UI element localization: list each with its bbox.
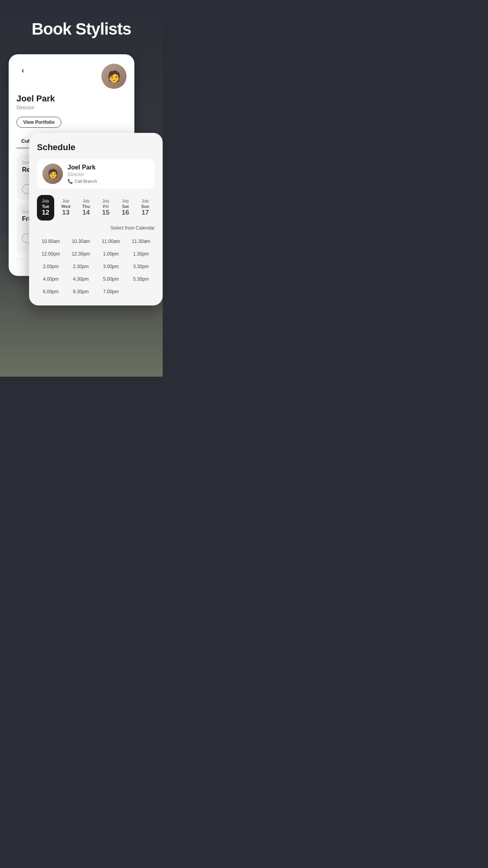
- phone-icon: 📞: [68, 179, 73, 184]
- schedule-stylist-name: Joel Park: [68, 164, 149, 171]
- date-item-4[interactable]: July Sat 16: [117, 195, 134, 221]
- time-slot-4[interactable]: 12.00pm: [37, 250, 65, 258]
- time-slot-13[interactable]: 4.30pm: [67, 275, 95, 283]
- date-item-5[interactable]: July Sun 17: [136, 195, 154, 221]
- profile-card-header: ‹ 🧑: [17, 64, 127, 89]
- stylist-info: Joel Park Director: [17, 94, 127, 110]
- page-background: Book Stylists ‹ 🧑 Joel Park Director Vie…: [0, 0, 163, 377]
- stylist-name: Joel Park: [17, 94, 127, 104]
- stylist-avatar: 🧑: [101, 64, 127, 89]
- schedule-stylist-role: Director: [68, 172, 149, 177]
- page-title: Book Stylists: [0, 0, 163, 54]
- time-slot-2[interactable]: 11.00am: [97, 237, 125, 246]
- back-button[interactable]: ‹: [17, 64, 29, 76]
- call-branch[interactable]: 📞 Call Branch: [68, 179, 149, 184]
- date-item-0[interactable]: July Tue 12: [37, 195, 54, 221]
- stylist-role: Director: [17, 105, 127, 110]
- time-slot-8[interactable]: 2.00pm: [37, 262, 65, 271]
- schedule-avatar: 🧑: [42, 164, 63, 184]
- date-item-2[interactable]: July Thu 14: [77, 195, 95, 221]
- time-slot-1[interactable]: 10.30am: [67, 237, 95, 246]
- time-slot-12[interactable]: 4.00pm: [37, 275, 65, 283]
- time-slot-15[interactable]: 5.30pm: [127, 275, 155, 283]
- time-slot-9[interactable]: 2.30pm: [67, 262, 95, 271]
- time-grid: 10.00am 10.30am 11.00am 11.30am 12.00pm …: [37, 237, 155, 296]
- schedule-stylist-row: 🧑 Joel Park Director 📞 Call Branch: [37, 159, 155, 189]
- time-slot-19: [127, 287, 155, 296]
- date-selector: July Tue 12 July Wed 13 July Thu 14 July…: [37, 195, 155, 221]
- time-slot-11[interactable]: 3.30pm: [127, 262, 155, 271]
- date-item-1[interactable]: July Wed 13: [57, 195, 75, 221]
- time-slot-5[interactable]: 12.30pm: [67, 250, 95, 258]
- schedule-title: Schedule: [37, 142, 155, 153]
- date-item-3[interactable]: July Fri 15: [97, 195, 114, 221]
- view-portfolio-button[interactable]: View Portfolio: [17, 117, 61, 128]
- select-from-calendar[interactable]: Select from Calendar: [37, 225, 155, 231]
- time-slot-7[interactable]: 1.30pm: [127, 250, 155, 258]
- time-slot-17[interactable]: 6.30pm: [67, 287, 95, 296]
- time-slot-3[interactable]: 11.30am: [127, 237, 155, 246]
- time-slot-0[interactable]: 10.00am: [37, 237, 65, 246]
- time-slot-6[interactable]: 1.00pm: [97, 250, 125, 258]
- time-slot-14[interactable]: 5.00pm: [97, 275, 125, 283]
- avatar-image: 🧑: [101, 64, 127, 89]
- time-slot-10[interactable]: 3.00pm: [97, 262, 125, 271]
- time-slot-18[interactable]: 7.00pm: [97, 287, 125, 296]
- schedule-card: Schedule 🧑 Joel Park Director 📞 Call Bra…: [29, 133, 163, 305]
- schedule-stylist-info: Joel Park Director 📞 Call Branch: [68, 164, 149, 184]
- time-slot-16[interactable]: 6.00pm: [37, 287, 65, 296]
- cards-container: ‹ 🧑 Joel Park Director View Portfolio Cu…: [0, 54, 163, 361]
